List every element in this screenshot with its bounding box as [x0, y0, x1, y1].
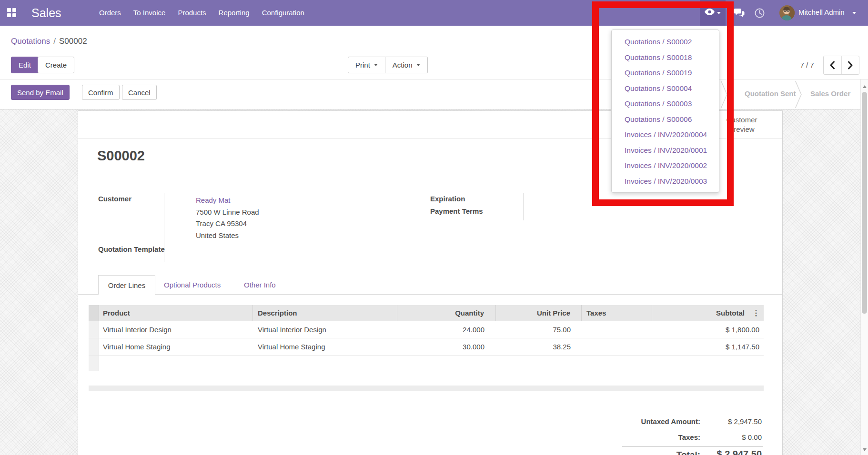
annotation-highlight-box	[592, 1, 734, 206]
cell-taxes[interactable]	[582, 338, 652, 355]
expiration-label: Expiration	[430, 195, 465, 203]
pager-previous-button[interactable]	[824, 56, 841, 74]
total-value: $ 2,947.50	[717, 449, 762, 455]
empty-table-row	[89, 356, 764, 371]
cell-unit-price[interactable]: 38.25	[496, 338, 582, 355]
document-title: S00002	[97, 148, 145, 164]
kebab-vertical-icon[interactable]: ⋮	[752, 308, 760, 317]
avatar[interactable]	[779, 5, 795, 20]
chat-bubbles-icon[interactable]	[734, 8, 745, 20]
cell-product[interactable]: Virtual Home Staging	[99, 338, 253, 355]
cancel-button[interactable]: Cancel	[122, 85, 157, 100]
pager-value: 7 / 7	[794, 61, 820, 69]
address-line: Tracy CA 95304	[196, 218, 259, 230]
total-label: Total:	[676, 450, 700, 455]
scroll-up-icon[interactable]	[863, 85, 867, 88]
quotation-template-label: Quotation Template	[98, 245, 165, 253]
nav-item-configuration[interactable]: Configuration	[256, 0, 311, 26]
control-panel: Quotations/S00002 Edit Create Print Acti…	[0, 26, 868, 79]
column-header-subtotal[interactable]: Subtotal⋮	[652, 305, 764, 321]
stage-quotation-sent[interactable]: Quotation Sent	[745, 89, 796, 98]
statusbar: Send by Email Confirm Cancel Quotation S…	[0, 79, 868, 109]
payment-terms-label: Payment Terms	[430, 207, 483, 215]
breadcrumb-separator: /	[53, 37, 56, 46]
cell-product[interactable]: Virtual Interior Design	[99, 321, 253, 338]
cell-unit-price[interactable]: 75.00	[496, 321, 582, 338]
action-button[interactable]: Action	[385, 57, 428, 73]
totals-separator-line	[622, 446, 763, 447]
row-handle[interactable]	[89, 338, 99, 355]
stage-separator-chevron	[795, 80, 802, 110]
breadcrumb-quotations[interactable]: Quotations	[11, 37, 50, 46]
cell-quantity[interactable]: 24.000	[397, 321, 496, 338]
top-navbar: Sales Orders To Invoice Products Reporti…	[0, 0, 868, 26]
table-row[interactable]: Virtual Home Staging Virtual Home Stagin…	[89, 338, 764, 356]
apps-grid-icon[interactable]	[7, 8, 16, 17]
pager-next-button[interactable]	[841, 56, 859, 74]
tab-other-info[interactable]: Other Info	[244, 275, 276, 294]
nav-item-reporting[interactable]: Reporting	[212, 0, 256, 26]
taxes-label: Taxes:	[678, 433, 700, 441]
nav-menu: Orders To Invoice Products Reporting Con…	[93, 0, 311, 26]
breadcrumb: Quotations/S00002	[11, 37, 87, 46]
scrollbar-thumb[interactable]	[862, 92, 867, 314]
print-button[interactable]: Print	[348, 57, 385, 73]
odoo-sales-screen: Sales Orders To Invoice Products Reporti…	[0, 0, 868, 455]
field-separator-line	[523, 193, 524, 220]
address-line: 7500 W Linne Road	[196, 207, 259, 218]
customer-link[interactable]: Ready Mat	[196, 195, 259, 207]
cell-subtotal[interactable]: $ 1,147.50	[652, 338, 764, 355]
row-handle[interactable]	[89, 321, 99, 338]
user-menu[interactable]: Mitchell Admin	[798, 8, 845, 16]
untaxed-amount-value: $ 2,947.50	[728, 417, 762, 425]
nav-item-orders[interactable]: Orders	[93, 0, 127, 26]
app-name[interactable]: Sales	[31, 5, 61, 21]
untaxed-amount-label: Untaxed Amount:	[641, 417, 700, 425]
column-header-unit-price[interactable]: Unit Price	[496, 305, 582, 321]
nav-item-to-invoice[interactable]: To Invoice	[127, 0, 172, 26]
create-button[interactable]: Create	[38, 57, 74, 73]
cell-description[interactable]: Virtual Interior Design	[253, 321, 397, 338]
column-header-taxes[interactable]: Taxes	[582, 305, 652, 321]
row-handle	[89, 356, 99, 371]
action-button-group: Print Action	[348, 57, 428, 73]
customer-value: Ready Mat 7500 W Linne Road Tracy CA 953…	[196, 195, 259, 241]
cell-taxes[interactable]	[582, 321, 652, 338]
order-lines-table: Product Description Quantity Unit Price …	[89, 305, 764, 371]
notebook-tabs: Order Lines Optional Products Other Info	[78, 275, 782, 295]
taxes-value: $ 0.00	[742, 433, 762, 441]
chevron-left-icon	[829, 61, 835, 69]
pager	[823, 56, 859, 75]
tab-order-lines[interactable]: Order Lines	[98, 275, 155, 295]
cell-quantity[interactable]: 30.000	[397, 338, 496, 355]
clock-icon[interactable]	[755, 8, 765, 20]
address-line: United States	[196, 230, 259, 242]
column-header-quantity[interactable]: Quantity	[397, 305, 496, 321]
column-header-description[interactable]: Description	[253, 305, 397, 321]
vertical-scrollbar[interactable]	[860, 79, 868, 455]
section-divider	[89, 386, 764, 391]
chevron-down-icon	[852, 12, 856, 14]
table-header-row: Product Description Quantity Unit Price …	[89, 305, 764, 321]
stage-sales-order[interactable]: Sales Order	[810, 89, 850, 98]
breadcrumb-current: S00002	[59, 37, 87, 46]
customer-label: Customer	[98, 195, 131, 203]
nav-item-products[interactable]: Products	[172, 0, 212, 26]
handle-column-header	[89, 305, 99, 321]
table-row[interactable]: Virtual Interior Design Virtual Interior…	[89, 321, 764, 338]
chevron-right-icon	[848, 61, 853, 69]
scroll-down-icon[interactable]	[863, 448, 867, 451]
chevron-down-icon	[374, 64, 378, 66]
send-by-email-button[interactable]: Send by Email	[11, 85, 70, 100]
column-header-product[interactable]: Product	[99, 305, 253, 321]
cell-subtotal[interactable]: $ 1,800.00	[652, 321, 764, 338]
confirm-button[interactable]: Confirm	[82, 85, 120, 100]
edit-button[interactable]: Edit	[11, 57, 39, 73]
cell-description[interactable]: Virtual Home Staging	[253, 338, 397, 355]
tab-optional-products[interactable]: Optional Products	[164, 275, 221, 294]
chevron-down-icon	[416, 64, 420, 66]
